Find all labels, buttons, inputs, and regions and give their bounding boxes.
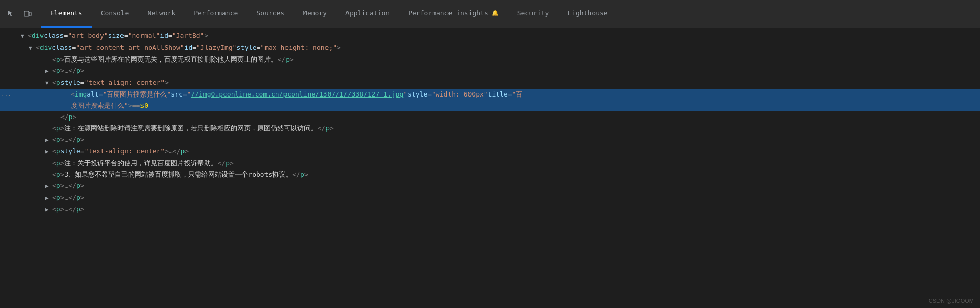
line-p-ellipsis-3[interactable]: <p> … </p> xyxy=(0,180,980,192)
tab-memory[interactable]: Memory xyxy=(294,0,336,28)
tab-security[interactable]: Security xyxy=(508,0,559,28)
line-p-note-delete[interactable]: <p> 注：在源网站删除时请注意需要删除原图，若只删除相应的网页，原图仍然可以访… xyxy=(0,123,980,134)
line-p-ellipsis-1[interactable]: <p> … </p> xyxy=(0,65,980,77)
line-p-note-complaint[interactable]: <p> 注：关于投诉平台的使用，详见百度图片投诉帮助。 </p> xyxy=(0,158,980,169)
toggle-p-ellipsis-3[interactable] xyxy=(45,181,52,191)
toggle-p-closing-partial[interactable] xyxy=(45,205,52,215)
line-p-ellipsis-4[interactable]: <p> … </p> xyxy=(0,192,980,204)
line-div-art-body[interactable]: <div class="art-body" size="normal" id="… xyxy=(0,30,980,42)
dollar-zero: $0 xyxy=(140,101,148,111)
line-closing-p-center[interactable]: </p> xyxy=(0,111,980,123)
tab-network[interactable]: Network xyxy=(138,0,185,28)
svg-rect-0 xyxy=(24,11,29,16)
devtools-tabs: Elements Console Network Performance Sou… xyxy=(41,0,617,28)
tab-elements[interactable]: Elements xyxy=(41,0,92,28)
tab-performance-insights[interactable]: Performance insights 🔔 xyxy=(399,0,508,28)
line-p-robots[interactable]: <p> 3、如果您不希望自己的网站被百度抓取，只需给网站设置一个robots协议… xyxy=(0,169,980,180)
devtools-toolbar: Elements Console Network Performance Sou… xyxy=(0,0,980,28)
line-p-baidu-text[interactable]: <p> 百度与这些图片所在的网页无关，百度无权直接删除他人网页上的图片。 </p… xyxy=(0,54,980,65)
cursor-icon[interactable] xyxy=(4,7,18,21)
performance-insights-badge: 🔔 xyxy=(492,10,499,16)
toggle-p-ellipsis-1[interactable] xyxy=(45,66,52,76)
tab-sources[interactable]: Sources xyxy=(247,0,294,28)
watermark: CSDN @JICOOM xyxy=(929,298,974,304)
toggle-p-text-align[interactable] xyxy=(45,78,52,88)
svg-rect-1 xyxy=(29,12,31,16)
line-img-continuation[interactable]: 度图片搜索是什么" > == $0 xyxy=(0,100,980,111)
toggle-p-ellipsis-2[interactable] xyxy=(45,135,52,145)
line-p-text-align-ellipsis[interactable]: <p style="text-align: center" > … </p> xyxy=(0,146,980,158)
toggle-div-art-content[interactable] xyxy=(29,43,36,53)
line-p-closing-partial[interactable]: <p> … </p> xyxy=(0,204,980,216)
line-p-text-align-center[interactable]: <p style="text-align: center" > xyxy=(0,77,980,89)
tab-performance[interactable]: Performance xyxy=(185,0,247,28)
line-div-art-content[interactable]: <div class="art-content art-noAllShow" i… xyxy=(0,42,980,54)
tab-console[interactable]: Console xyxy=(92,0,138,28)
tab-lighthouse[interactable]: Lighthouse xyxy=(558,0,617,28)
line-p-ellipsis-2[interactable]: <p> … </p> xyxy=(0,134,980,146)
toggle-p-ellipsis-4[interactable] xyxy=(45,193,52,203)
toolbar-icons xyxy=(4,7,35,21)
tab-application[interactable]: Application xyxy=(336,0,399,28)
device-icon[interactable] xyxy=(21,7,35,21)
toggle-p-text-align-ellipsis[interactable] xyxy=(45,147,52,157)
line-dots: ... xyxy=(0,89,11,100)
toggle-div-art-body[interactable] xyxy=(21,31,28,42)
line-img-tag[interactable]: ... <img alt="百度图片搜索是什么" src="//img0.pco… xyxy=(0,89,980,100)
elements-panel: <div class="art-body" size="normal" id="… xyxy=(0,28,980,308)
